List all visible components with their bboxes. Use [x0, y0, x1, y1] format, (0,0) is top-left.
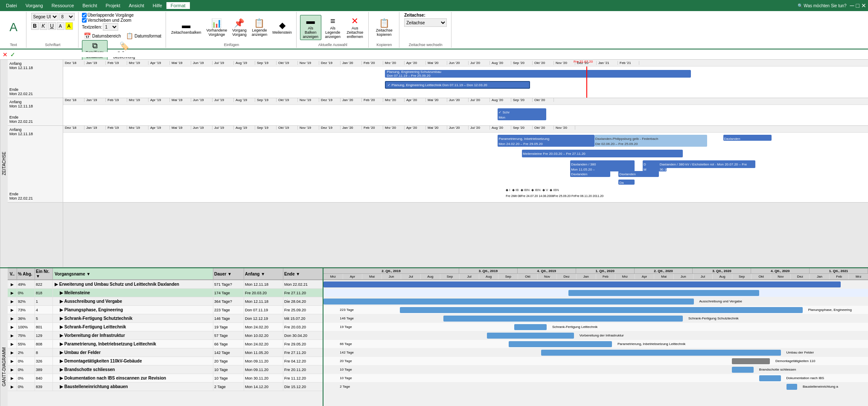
- rg-label-10a-left: 10 Tage: [340, 368, 352, 371]
- vorhandene-vorgaenge-btn[interactable]: 📊 VorhandeneVorgänge: [205, 17, 229, 38]
- tab-ansicht[interactable]: Ansicht: [125, 2, 149, 9]
- underline-button[interactable]: U: [48, 22, 56, 30]
- chart-empty-left: [8, 203, 63, 267]
- th-nr: Ein Nr. ▼: [35, 268, 53, 279]
- tab-projekt[interactable]: Projekt: [102, 2, 125, 9]
- formula-input[interactable]: [18, 52, 865, 57]
- zeitachse-select[interactable]: Zeitachse: [404, 18, 447, 27]
- tab-ressource[interactable]: Ressource: [47, 2, 79, 9]
- datumsbereich-btn[interactable]: 📅 Datumsbereich: [82, 32, 122, 40]
- restore-icon[interactable]: □: [856, 2, 859, 9]
- table-row[interactable]: ▶ 36% 5 ▶ Schrank-Fertigung Schutztechni…: [8, 314, 323, 323]
- tab-datei[interactable]: Datei: [2, 2, 21, 9]
- bar-schr: ✓ SchrMon: [498, 108, 546, 120]
- text-styles-btn[interactable]: A: [7, 20, 20, 35]
- aus-zeitachse-btn[interactable]: ✕ Aus Zeitachseentfernen: [344, 15, 366, 40]
- tab-bericht[interactable]: Bericht: [78, 2, 101, 9]
- rg-label-223-left: 223 Tage: [340, 308, 354, 312]
- rg-bar-umbau: [541, 350, 781, 356]
- legend-display-icon: ≡: [330, 16, 335, 26]
- als-balken-btn[interactable]: ▬ Als Balkenanzeigen: [300, 15, 321, 40]
- legende-btn[interactable]: 📋 Legendeanzeigen: [250, 17, 269, 38]
- calendar-icon: 📅: [84, 32, 91, 39]
- table-header: V.. % Abg. Ein Nr. ▼ Vorgangsname ▼ Daue…: [8, 268, 323, 280]
- bar-display-icon: ▬: [306, 16, 315, 26]
- table-row[interactable]: ▶ 0% 840 ▶ Dokumentation nach IBS einsca…: [8, 374, 323, 383]
- rg-label-66-left: 66 Tage: [340, 342, 352, 346]
- rg-label-schrank-leit: Schrank-Fertigung Leittechnik: [552, 325, 597, 329]
- chart-row-1-bars: Fre 31.07.20 Planung, Engineering Schutz…: [63, 67, 868, 98]
- table-row[interactable]: ▶ 92% 1 ▶ Ausschreibung und Vergabe 364 …: [8, 297, 323, 306]
- rg-label-infra: Vorbereitung der Infrastruktur: [580, 334, 624, 337]
- table-row[interactable]: ▶ 100% 801 ▶ Schrank-Fertigung Leittechn…: [8, 323, 323, 331]
- group-label-aktuelle-auswahl: Aktuelle Auswahl: [318, 42, 347, 47]
- rg-bar-milestone: [568, 290, 759, 296]
- rg-label-146-left: 146 Tage: [340, 316, 354, 320]
- font-size-select[interactable]: 8: [59, 13, 75, 20]
- formula-check-btn[interactable]: ✓: [10, 51, 15, 58]
- chart-row-3-timeline: Dez '18Jan '19Feb '19Mrz '19Apr '19Mai '…: [63, 126, 868, 202]
- font-color-button[interactable]: A: [57, 22, 64, 30]
- remove-icon: ✕: [351, 16, 358, 26]
- als-legende-btn[interactable]: ≡ Als Legendeanzeigen: [322, 15, 344, 40]
- rg-row-8: 66 Tage Parametrierung, Inbetriebsetzung…: [323, 340, 868, 348]
- td-pct-1: 49%: [17, 280, 35, 288]
- chart-row-3: AnfangMon 12.11.18 EndeMon 22.02.21 Dez …: [8, 126, 868, 203]
- close-window-icon[interactable]: ✕: [861, 2, 866, 9]
- rg-row-11: 10 Tage Brandschotte schliessen: [323, 365, 868, 374]
- rg-row-6: 19 Tage Schrank-Fertigung Leittechnik: [323, 323, 868, 331]
- milestone-icon: ◆: [279, 20, 285, 30]
- balkenbezeichnung-btn[interactable]: 🏷️ Balken­bezeichnung: [109, 40, 139, 60]
- table-row[interactable]: ▶ 2% 8 ▶ Umbau der Felder 142 Tage Mon 1…: [8, 348, 323, 357]
- search-box[interactable]: 🔍 Was möchten Sie tun?: [798, 3, 847, 8]
- table-row[interactable]: ▶ 73% 4 ▶ Planungsphase, Engineering 223…: [8, 306, 323, 314]
- checkbox-ueberlappende[interactable]: Überlappende Vorgänge: [82, 13, 134, 17]
- ribbon-group-kopieren: 📋 Zeitachsekopieren Kopieren: [370, 12, 399, 48]
- formula-close-btn[interactable]: ✕: [3, 51, 8, 58]
- table-row[interactable]: ▶ 0% 389 ▶ Brandschotte schliessen 10 Ta…: [8, 365, 323, 374]
- rg-row-12: 10 Tage Dokumentation nach IBS: [323, 374, 868, 383]
- minimize-icon[interactable]: ─: [850, 2, 854, 9]
- bar-dax2: DaxlandenMon: [618, 171, 658, 177]
- top-chart: AnfangMon 12.11.18 EndeMon 22.02.21 Dez …: [8, 60, 868, 267]
- zeitachse-kopieren-btn[interactable]: 📋 Zeitachsekopieren: [374, 17, 394, 38]
- chart-row-3-left: AnfangMon 12.11.18 EndeMon 22.02.21: [8, 126, 63, 202]
- table-row[interactable]: ▶ 75% 129 ▶ Vorbereitung der Infrastrukt…: [8, 331, 323, 340]
- vorgang-vorgang-btn[interactable]: 📌 VorgangVorgang: [230, 17, 248, 38]
- zeitachse-label: Zeitachse:: [404, 13, 425, 17]
- tab-vorgang[interactable]: Vorgang: [21, 2, 47, 9]
- th-pct: % Abg.: [17, 268, 35, 279]
- chart-row-empty: [8, 203, 868, 267]
- detaillierte-zeitachse-btn[interactable]: ⧉ Detaillierte Zeitachse: [82, 40, 108, 60]
- ribbon-group-aktuelle-auswahl: ▬ Als Balkenanzeigen ≡ Als Legendeanzeig…: [297, 12, 369, 48]
- rg-row-7: Vorbereitung der Infrastruktur: [323, 331, 868, 340]
- italic-button[interactable]: K: [40, 22, 47, 30]
- checkbox-verschieben[interactable]: Verschieben und Zoom: [82, 18, 131, 23]
- tab-hilfe[interactable]: Hilfe: [149, 2, 166, 9]
- table-row-selected[interactable]: ▶ 0% 818 ▶ Meilensteine 174 Tage Fre 20.…: [8, 289, 323, 297]
- ribbon-group-text: A Text: [1, 12, 26, 48]
- bold-button[interactable]: B: [31, 22, 39, 30]
- table-row[interactable]: ▶ 49% 822 ▶ Erweiterung und Umbau Schutz…: [8, 280, 323, 289]
- chart-row-2-timeline: Dez '18Jan '19Feb '19Mrz '19Apr '19Mai '…: [63, 98, 868, 125]
- font-name-select[interactable]: Segoe UI: [31, 13, 58, 20]
- rg-label-demontage: Demontagetätigkeiten 110: [775, 359, 815, 363]
- table-row[interactable]: ▶ 0% 326 ▶ Demontagetätigkeiten 110kV-Ge…: [8, 357, 323, 365]
- tab-format[interactable]: Format: [166, 2, 190, 9]
- textlines-select[interactable]: 1: [103, 23, 118, 31]
- rg-row-10: 20 Tage Demontagetätigkeiten 110: [323, 357, 868, 365]
- highlight-button[interactable]: A: [65, 22, 73, 30]
- meilenstein-btn[interactable]: ◆ Meilenstein: [271, 19, 294, 35]
- top-section: ZEITACHSE AnfangMon 12.11.18 EndeMon 22.…: [0, 60, 868, 267]
- table-row[interactable]: ▶ 55% 808 ▶ Parametrierung, Inbetriebset…: [8, 340, 323, 348]
- rg-label-bau: Baustelleneinrichtung a: [803, 385, 838, 389]
- table-row[interactable]: ▶ 0% 839 ▶ Baustelleneinrichtung abbauen…: [8, 383, 323, 391]
- th-start: Anfang ▼: [244, 268, 283, 279]
- datumsformat-btn[interactable]: 📋 Datumsformat: [124, 32, 163, 40]
- rg-bar-schrank-schutz: [443, 316, 683, 322]
- rg-label-20-left: 20 Tage: [340, 359, 352, 363]
- rg-bar-infra: [487, 333, 574, 339]
- tl-header-1: Dez '18 Jan '19 Feb '19 Mrz '19 Apr '19 …: [63, 60, 868, 67]
- group-label-schriftart: Schriftart: [45, 42, 60, 47]
- zeitachsenbalken-btn[interactable]: ▬ Zeitachsen­balken: [169, 20, 203, 35]
